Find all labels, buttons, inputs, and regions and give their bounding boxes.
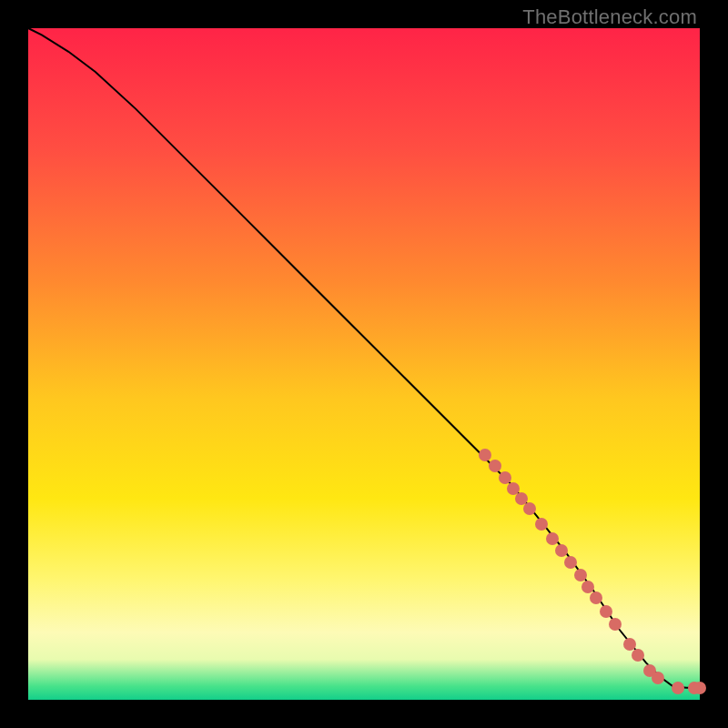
watermark-text: TheBottleneck.com	[522, 5, 697, 29]
chart-frame: TheBottleneck.com	[0, 0, 728, 728]
bottleneck-curve	[28, 28, 700, 688]
curve-svg	[28, 28, 700, 700]
